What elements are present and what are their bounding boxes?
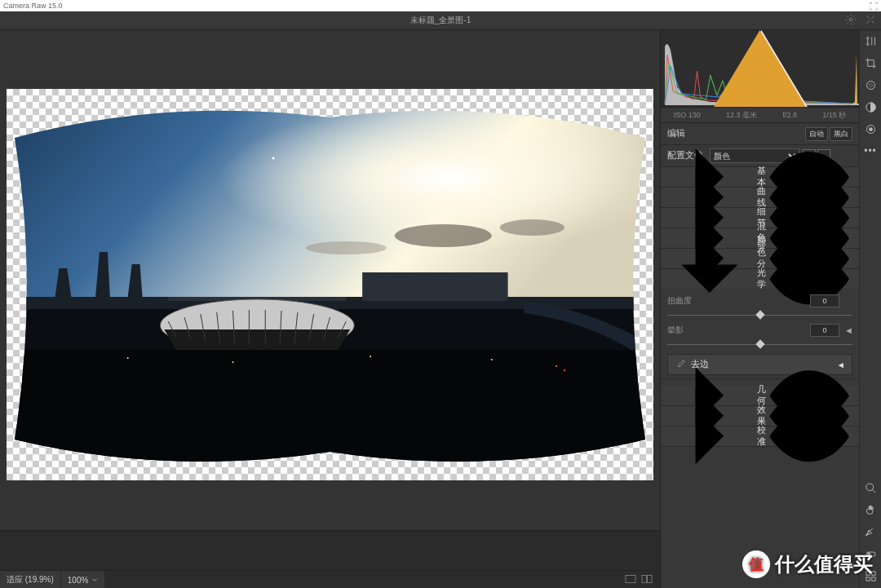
svg-point-3 <box>395 224 492 247</box>
crop-tool-icon[interactable] <box>865 57 877 71</box>
svg-rect-30 <box>626 575 635 582</box>
svg-point-26 <box>370 356 371 357</box>
svg-point-6 <box>272 157 275 160</box>
heal-tool-icon[interactable] <box>865 79 877 93</box>
vignette-value[interactable]: 0 <box>810 324 839 337</box>
eye-icon[interactable] <box>766 393 852 480</box>
histogram[interactable] <box>661 30 859 108</box>
watermark: 值 什么值得买 <box>742 550 873 578</box>
hand-tool-icon[interactable] <box>865 504 877 518</box>
svg-point-0 <box>849 18 852 21</box>
svg-point-48 <box>869 128 872 131</box>
settings-icon[interactable] <box>845 14 857 27</box>
document-header: 未标题_全景图-1 <box>0 11 881 30</box>
maximize-icon[interactable]: ⛶ <box>870 2 878 11</box>
mask-tool-icon[interactable] <box>865 101 877 115</box>
filmstrip <box>0 530 660 570</box>
app-title: Camera Raw 15.0 <box>3 2 63 10</box>
single-view-icon[interactable] <box>624 573 637 587</box>
sampler-tool-icon[interactable] <box>865 526 877 540</box>
edit-tool-icon[interactable] <box>865 35 877 49</box>
svg-point-45 <box>869 84 872 87</box>
svg-rect-31 <box>642 575 646 582</box>
distortion-slider[interactable] <box>667 310 852 320</box>
svg-point-27 <box>491 359 493 360</box>
document-title: 未标题_全景图-1 <box>410 15 471 26</box>
zoom-dropdown[interactable]: 100% <box>61 571 105 588</box>
svg-point-25 <box>232 361 234 363</box>
svg-point-38 <box>798 268 820 290</box>
panel-calibration[interactable]: 校准 <box>661 427 859 446</box>
svg-point-43 <box>866 43 869 46</box>
panel-optics[interactable]: 光学 <box>661 269 859 289</box>
svg-point-41 <box>798 426 820 448</box>
fullscreen-icon[interactable] <box>865 14 876 27</box>
svg-rect-23 <box>7 350 653 480</box>
svg-point-29 <box>564 369 565 371</box>
distortion-value[interactable]: 0 <box>810 294 839 307</box>
svg-point-24 <box>127 357 129 359</box>
highlight-clip-icon[interactable] <box>661 30 859 107</box>
svg-rect-8 <box>362 272 507 301</box>
zoom-tool-icon[interactable] <box>865 482 877 496</box>
reset-icon[interactable]: ◄ <box>844 325 852 335</box>
distortion-label: 扭曲度 <box>667 295 805 307</box>
svg-point-42 <box>866 38 869 40</box>
fit-zoom[interactable]: 适应 (19.9%) <box>0 571 60 588</box>
vignette-label: 晕影 <box>667 325 805 336</box>
svg-point-5 <box>306 241 387 254</box>
svg-rect-32 <box>648 575 652 582</box>
svg-point-49 <box>866 484 873 491</box>
vignette-slider[interactable] <box>667 339 852 349</box>
compare-view-icon[interactable] <box>640 573 653 587</box>
more-tools-icon[interactable]: ••• <box>864 145 877 157</box>
redeye-tool-icon[interactable] <box>865 123 877 137</box>
svg-point-28 <box>556 365 557 367</box>
svg-point-44 <box>866 82 874 90</box>
exif-bar: ISO 130 12.3 毫米 f/2.8 1/15 秒 <box>661 108 859 123</box>
watermark-badge: 值 <box>742 550 770 578</box>
svg-point-4 <box>500 219 564 236</box>
image-canvas[interactable] <box>0 30 660 530</box>
